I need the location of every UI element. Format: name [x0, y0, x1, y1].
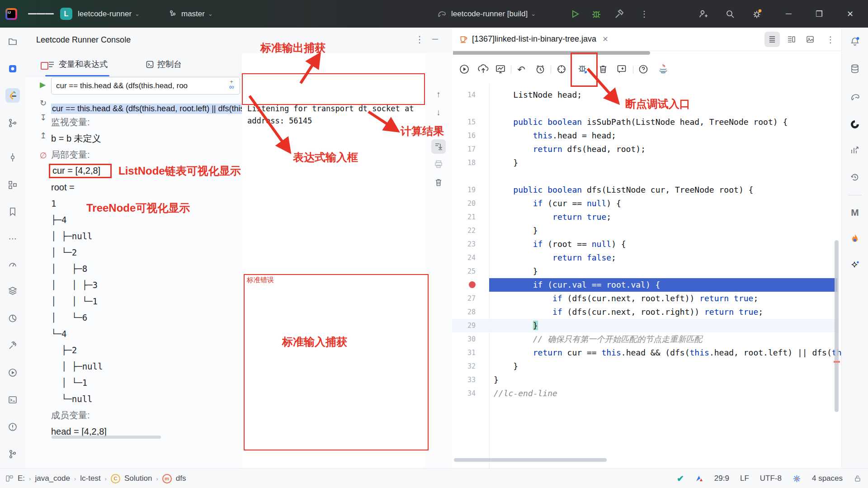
code-line[interactable]: 15 public boolean isSubPath(ListNode hea…: [452, 115, 837, 129]
reset-code-icon[interactable]: ↶: [514, 62, 528, 76]
sidebar-item-leetcode[interactable]: [5, 88, 20, 103]
run-circle-icon[interactable]: [458, 62, 471, 76]
sidebar-item-hot-plugin[interactable]: [848, 231, 862, 246]
sidebar-item-profiler[interactable]: [5, 257, 20, 272]
target-icon[interactable]: [555, 62, 568, 76]
vcs-branch-widget[interactable]: master ⌄: [168, 0, 213, 28]
help-icon[interactable]: [637, 62, 650, 76]
scroll-down-icon[interactable]: ↓: [431, 105, 446, 119]
sidebar-item-markdown[interactable]: M: [848, 205, 862, 219]
code-line[interactable]: 23 if (root == null) {: [452, 237, 837, 251]
sidebar-item-problems[interactable]: [5, 420, 20, 434]
code-line[interactable]: 30 // 确保只有第一个开始匹配的节点走重新匹配: [452, 332, 837, 346]
sidebar-item-services[interactable]: [5, 284, 20, 298]
view-mode-split-icon[interactable]: [783, 32, 799, 47]
main-menu-icon[interactable]: [28, 0, 54, 28]
sidebar-item-project[interactable]: [5, 34, 20, 49]
sidebar-item-structure[interactable]: [5, 178, 20, 192]
code-line[interactable]: 24 return false;: [452, 251, 837, 265]
code-line[interactable]: 28 if (dfs(cur.next, root.right)) return…: [452, 305, 837, 319]
indent-setting[interactable]: 4 spaces: [812, 474, 843, 483]
breakpoint-dot[interactable]: [469, 281, 476, 288]
sidebar-item-database[interactable]: [848, 62, 862, 76]
view-mode-preview-icon[interactable]: [802, 32, 818, 47]
stop-button[interactable]: [41, 62, 48, 70]
editor-tab-options-icon[interactable]: ⋮: [823, 32, 838, 47]
more-actions-button[interactable]: ⋮: [640, 0, 648, 28]
test-result-icon[interactable]: [494, 62, 507, 76]
breadcrumb-item[interactable]: java_code: [35, 474, 70, 483]
code-line[interactable]: 17 return dfs(head, root);: [452, 142, 837, 156]
sidebar-item-build-tool[interactable]: [5, 338, 20, 353]
print-icon[interactable]: [431, 157, 446, 171]
sidebar-item-more[interactable]: ⋯: [5, 231, 20, 246]
code-line[interactable]: 32 }: [452, 360, 837, 373]
step-over-icon[interactable]: ↧: [40, 114, 47, 122]
sidebar-item-ai-assistant[interactable]: [848, 258, 862, 273]
sidebar-item-bookmarks[interactable]: [5, 204, 20, 219]
code-line[interactable]: 19 public boolean dfs(ListNode cur, Tree…: [452, 183, 837, 197]
code-line[interactable]: 22 }: [452, 224, 837, 237]
sidebar-item-run[interactable]: [5, 365, 20, 380]
add-comment-icon[interactable]: [615, 62, 628, 76]
scroll-to-end-icon[interactable]: [431, 139, 446, 154]
submit-upload-icon[interactable]: [476, 62, 490, 76]
code-line[interactable]: 20 if (cur == null) {: [452, 197, 837, 210]
tool-window-options-icon[interactable]: ⋮: [415, 35, 424, 44]
code-line[interactable]: 34//lc-end-line: [452, 387, 837, 400]
sidebar-item-history[interactable]: [848, 170, 862, 185]
vertical-scrollbar[interactable]: [835, 240, 839, 412]
sidebar-item-git[interactable]: [5, 447, 20, 461]
breadcrumb-item[interactable]: Solution: [124, 474, 152, 483]
code-line[interactable]: 33}: [452, 373, 837, 387]
code-line[interactable]: if (cur.val == root.val) {: [452, 278, 837, 292]
timer-icon[interactable]: [533, 62, 547, 76]
sidebar-item-merge[interactable]: [5, 116, 20, 130]
step-out-icon[interactable]: ↥: [40, 132, 47, 140]
editor-tab[interactable]: [1367]linked-list-in-binary-tree.java ✕: [459, 28, 609, 51]
horizontal-scrollbar[interactable]: [52, 436, 161, 439]
lock-icon[interactable]: [854, 474, 862, 483]
check-status-icon[interactable]: ✔: [677, 474, 684, 484]
window-layout-icon[interactable]: [5, 474, 14, 483]
mute-breakpoints-icon[interactable]: ∅: [40, 152, 47, 160]
restore-button[interactable]: ❐: [816, 0, 823, 28]
expression-input[interactable]: cur == this.head && (dfs(this.head, roo …: [51, 77, 240, 95]
sidebar-item-dark-logo[interactable]: [848, 117, 862, 132]
code-line[interactable]: 31 return cur == this.head && (dfs(this.…: [452, 346, 837, 360]
sidebar-item-coverage[interactable]: [5, 311, 20, 326]
resume-button[interactable]: ▶: [40, 80, 46, 90]
sidebar-item-commit[interactable]: [5, 150, 20, 165]
build-button[interactable]: [614, 0, 625, 28]
project-widget[interactable]: L leetcode-runner ⌄: [60, 0, 140, 28]
scroll-up-icon[interactable]: ↑: [431, 87, 446, 101]
tab-console[interactable]: 控制台: [146, 52, 182, 76]
code-line[interactable]: [452, 170, 837, 183]
tab-variables[interactable]: 变量和表达式: [47, 52, 108, 76]
breadcrumb-item[interactable]: lc-test: [80, 474, 100, 483]
minimize-button[interactable]: ─: [786, 0, 792, 28]
sidebar-item-chart[interactable]: [848, 143, 862, 157]
code-line[interactable]: 18 }: [452, 156, 837, 170]
code-line[interactable]: 21 return true;: [452, 210, 837, 224]
line-ending[interactable]: LF: [740, 474, 749, 483]
close-button[interactable]: ✕: [847, 0, 854, 28]
horizontal-scrollbar[interactable]: [454, 458, 607, 462]
view-mode-list-icon[interactable]: [764, 32, 780, 47]
breadcrumb-drive[interactable]: E:: [18, 474, 25, 483]
search-button[interactable]: [725, 0, 736, 28]
notifications-button[interactable]: [848, 34, 862, 49]
code-line[interactable]: 27 if (dfs(cur.next, root.left)) return …: [452, 292, 837, 305]
add-watch-icon[interactable]: +∞: [225, 79, 238, 92]
debug-button[interactable]: [591, 0, 602, 28]
code-line[interactable]: 16 this.head = head;: [452, 129, 837, 142]
snowflake-plugin-icon[interactable]: [793, 474, 801, 483]
sidebar-item-terminal[interactable]: [5, 393, 20, 407]
clear-console-icon[interactable]: [431, 175, 446, 190]
code-with-me-button[interactable]: [698, 0, 709, 28]
code-line[interactable]: 25 }: [452, 265, 837, 278]
run-config-widget[interactable]: leetcode-runner [build] ⌄: [437, 0, 536, 28]
run-button[interactable]: [570, 0, 580, 28]
breadcrumb-item[interactable]: dfs: [176, 474, 186, 483]
code-editor[interactable]: 14 ListNode head;15 public boolean isSub…: [452, 84, 841, 468]
